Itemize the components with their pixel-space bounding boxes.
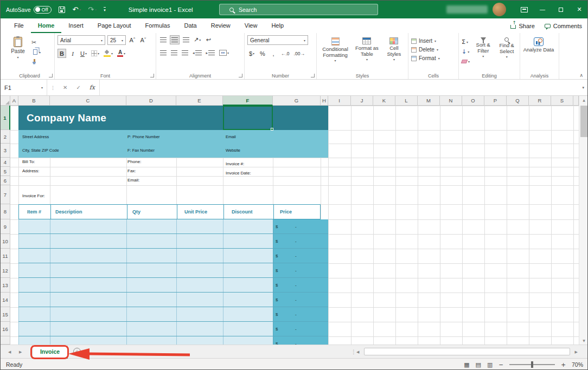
invoice-price-cell[interactable]: $- xyxy=(273,249,328,263)
increase-decimal-button[interactable]: ←.0 xyxy=(280,49,291,58)
horizontal-scroll-thumb[interactable] xyxy=(364,348,570,355)
invoice-price-cell[interactable]: $- xyxy=(273,336,328,345)
page-layout-view-button[interactable]: ▤ xyxy=(476,361,481,368)
ribbon-tab-help[interactable]: Help xyxy=(264,18,291,33)
middle-align-button[interactable] xyxy=(170,35,180,44)
invoice-price-cell[interactable]: $- xyxy=(273,278,328,292)
number-dialog-launcher[interactable] xyxy=(311,74,315,77)
invoice-table-row[interactable]: $- xyxy=(18,263,328,278)
normal-view-button[interactable]: ▦ xyxy=(464,361,469,368)
invoice-row-cells[interactable] xyxy=(18,322,273,336)
invoice-table-row[interactable]: $- xyxy=(18,293,328,307)
vertical-scroll-thumb[interactable] xyxy=(580,106,587,137)
ribbon-tab-home[interactable]: Home xyxy=(31,18,62,33)
invoice-price-cell[interactable]: $- xyxy=(273,234,328,248)
comments-button[interactable]: Comments xyxy=(545,23,582,29)
column-header-G[interactable]: G xyxy=(273,96,321,106)
number-format-select[interactable]: General▾ xyxy=(247,35,308,45)
font-color-button[interactable]: A▾ xyxy=(116,49,126,58)
sheet-nav-right-button[interactable]: ▶ xyxy=(19,345,22,359)
ribbon-tab-view[interactable]: View xyxy=(238,18,265,33)
cut-button[interactable]: ✂ xyxy=(31,38,41,46)
cancel-button[interactable]: ✕ xyxy=(63,85,67,90)
invoice-contact-band[interactable] xyxy=(18,130,328,158)
ribbon-tab-page-layout[interactable]: Page Layout xyxy=(91,18,138,33)
font-dialog-launcher[interactable] xyxy=(150,74,154,77)
find-select-button[interactable]: Find & Select▾ xyxy=(497,35,517,65)
quick-access-toolbar-menu[interactable]: ▾ xyxy=(104,7,106,12)
column-header-A[interactable]: A xyxy=(10,96,18,106)
invoice-title-band[interactable]: Company Name xyxy=(18,106,328,130)
invoice-price-cell[interactable]: $- xyxy=(273,263,328,277)
invoice-table-row[interactable]: $- xyxy=(18,219,328,234)
row-header-15[interactable]: 15 xyxy=(1,307,10,322)
format-painter-button[interactable] xyxy=(31,58,41,66)
sheet-nav-left-button[interactable]: ◀ xyxy=(8,345,11,359)
invoice-table-row[interactable]: $- xyxy=(18,336,328,345)
scroll-down-button[interactable]: ▼ xyxy=(579,336,588,345)
ribbon-tab-data[interactable]: Data xyxy=(177,18,203,33)
column-header-H[interactable]: H xyxy=(321,96,328,106)
search-box[interactable]: Search xyxy=(219,4,378,15)
column-header-O[interactable]: O xyxy=(462,96,484,106)
ribbon-tab-review[interactable]: Review xyxy=(204,18,238,33)
zoom-slider-thumb[interactable] xyxy=(531,361,533,368)
decrease-indent-button[interactable]: ◂ xyxy=(191,48,203,57)
borders-button[interactable]: ▾ xyxy=(90,49,100,58)
column-header-extra[interactable] xyxy=(573,96,579,106)
row-header-2[interactable]: 2 xyxy=(1,130,10,144)
clipboard-dialog-launcher[interactable] xyxy=(49,74,53,77)
copy-button[interactable]: ▾ xyxy=(31,48,41,56)
ribbon-tab-formulas[interactable]: Formulas xyxy=(138,18,177,33)
tab-scroll-splitter[interactable]: ⋮ xyxy=(351,345,356,359)
column-header-K[interactable]: K xyxy=(373,96,395,106)
delete-cells-button[interactable]: Delete▾ xyxy=(411,47,456,53)
invoice-row-cells[interactable] xyxy=(18,336,273,345)
row-header-14[interactable]: 14 xyxy=(1,293,10,307)
row-header-8[interactable]: 8 xyxy=(1,204,10,219)
sort-filter-button[interactable]: Sort & Filter▾ xyxy=(473,35,493,65)
undo-button[interactable]: ↶▾ xyxy=(72,5,81,14)
fill-color-button[interactable]: ▾ xyxy=(103,49,114,58)
column-header-C[interactable]: C xyxy=(50,96,126,106)
increase-font-button[interactable]: Aˆ xyxy=(128,36,137,45)
accounting-format-button[interactable]: $▾ xyxy=(247,49,256,58)
collapse-ribbon-button[interactable]: ∧ xyxy=(579,73,583,78)
row-header-16[interactable]: 16 xyxy=(1,322,10,336)
invoice-row-cells[interactable] xyxy=(18,249,273,263)
invoice-price-cell[interactable]: $- xyxy=(273,293,328,307)
autosave-toggle[interactable]: AutoSave Off xyxy=(6,6,52,14)
scroll-left-button[interactable]: ◀ xyxy=(356,347,359,356)
merge-center-button[interactable]: ↔▾ xyxy=(218,48,230,57)
save-button[interactable] xyxy=(59,7,65,13)
invoice-price-cell[interactable]: $- xyxy=(273,219,328,233)
ribbon-tab-insert[interactable]: Insert xyxy=(61,18,91,33)
invoice-price-cell[interactable]: $- xyxy=(273,322,328,336)
ribbon-display-options-button[interactable] xyxy=(515,1,533,18)
comma-style-button[interactable]: , xyxy=(269,49,278,58)
align-center-button[interactable] xyxy=(170,48,178,57)
invoice-row-cells[interactable] xyxy=(18,307,273,321)
invoice-table-row[interactable]: $- xyxy=(18,234,328,249)
formula-input[interactable] xyxy=(99,80,582,95)
user-profile-name[interactable] xyxy=(446,5,488,14)
name-box[interactable]: F1▾ xyxy=(1,80,47,95)
row-header-13[interactable]: 13 xyxy=(1,278,10,293)
column-header-R[interactable]: R xyxy=(529,96,551,106)
redo-button[interactable]: ↷▾ xyxy=(88,5,97,14)
alignment-dialog-launcher[interactable] xyxy=(239,74,242,77)
column-header-J[interactable]: J xyxy=(351,96,373,106)
invoice-table-row[interactable]: $- xyxy=(18,278,328,293)
row-header-5[interactable]: 5 xyxy=(1,167,10,176)
row-header-extra[interactable] xyxy=(1,336,10,345)
invoice-row-cells[interactable] xyxy=(18,293,273,307)
row-header-1[interactable]: 1 xyxy=(1,106,10,130)
autosum-button[interactable]: Σ▾ xyxy=(462,38,470,46)
invoice-table-row[interactable]: $- xyxy=(18,249,328,263)
column-header-D[interactable]: D xyxy=(126,96,176,106)
column-header-L[interactable]: L xyxy=(395,96,418,106)
scroll-up-button[interactable]: ▲ xyxy=(579,96,588,104)
invoice-row-cells[interactable] xyxy=(18,234,273,248)
zoom-slider[interactable] xyxy=(509,361,555,368)
top-align-button[interactable] xyxy=(159,35,168,44)
